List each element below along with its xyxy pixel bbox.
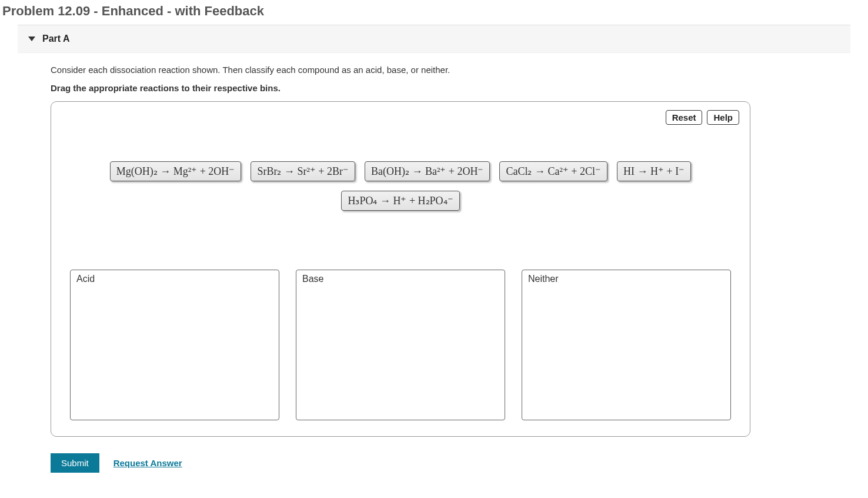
request-answer-link[interactable]: Request Answer bbox=[113, 458, 182, 468]
chevron-down-icon bbox=[28, 36, 35, 41]
help-button[interactable]: Help bbox=[707, 110, 739, 125]
reaction-tile[interactable]: H₃PO₄ → H⁺ + H₂PO₄⁻ bbox=[341, 191, 459, 211]
bin-container: Acid Base Neither bbox=[62, 270, 739, 420]
part-header[interactable]: Part A bbox=[18, 25, 850, 53]
reaction-tile[interactable]: HI → H⁺ + I⁻ bbox=[617, 161, 691, 181]
drag-workspace: Reset Help Mg(OH)₂ → Mg²⁺ + 2OH⁻ SrBr₂ →… bbox=[51, 101, 750, 437]
reaction-tile[interactable]: CaCl₂ → Ca²⁺ + 2Cl⁻ bbox=[499, 161, 607, 181]
problem-title: Problem 12.09 - Enhanced - with Feedback bbox=[0, 0, 868, 25]
tile-tray: Mg(OH)₂ → Mg²⁺ + 2OH⁻ SrBr₂ → Sr²⁺ + 2Br… bbox=[62, 161, 739, 211]
bin-neither[interactable]: Neither bbox=[522, 270, 731, 420]
drag-instruction: Drag the appropriate reactions to their … bbox=[51, 83, 817, 93]
reaction-tile[interactable]: Ba(OH)₂ → Ba²⁺ + 2OH⁻ bbox=[365, 161, 490, 181]
bin-label-neither: Neither bbox=[522, 270, 730, 288]
bin-label-base: Base bbox=[296, 270, 505, 288]
workspace-toolbar: Reset Help bbox=[62, 110, 739, 125]
footer: Submit Request Answer bbox=[51, 453, 850, 473]
reaction-tile[interactable]: Mg(OH)₂ → Mg²⁺ + 2OH⁻ bbox=[110, 161, 242, 181]
content: Consider each dissociation reaction show… bbox=[18, 53, 850, 443]
bin-label-acid: Acid bbox=[71, 270, 279, 288]
reset-button[interactable]: Reset bbox=[666, 110, 703, 125]
bin-acid[interactable]: Acid bbox=[70, 270, 279, 420]
question-prompt: Consider each dissociation reaction show… bbox=[51, 65, 817, 75]
reaction-tile[interactable]: SrBr₂ → Sr²⁺ + 2Br⁻ bbox=[251, 161, 355, 181]
submit-button[interactable]: Submit bbox=[51, 453, 99, 473]
bin-base[interactable]: Base bbox=[296, 270, 505, 420]
part-label: Part A bbox=[42, 34, 70, 44]
